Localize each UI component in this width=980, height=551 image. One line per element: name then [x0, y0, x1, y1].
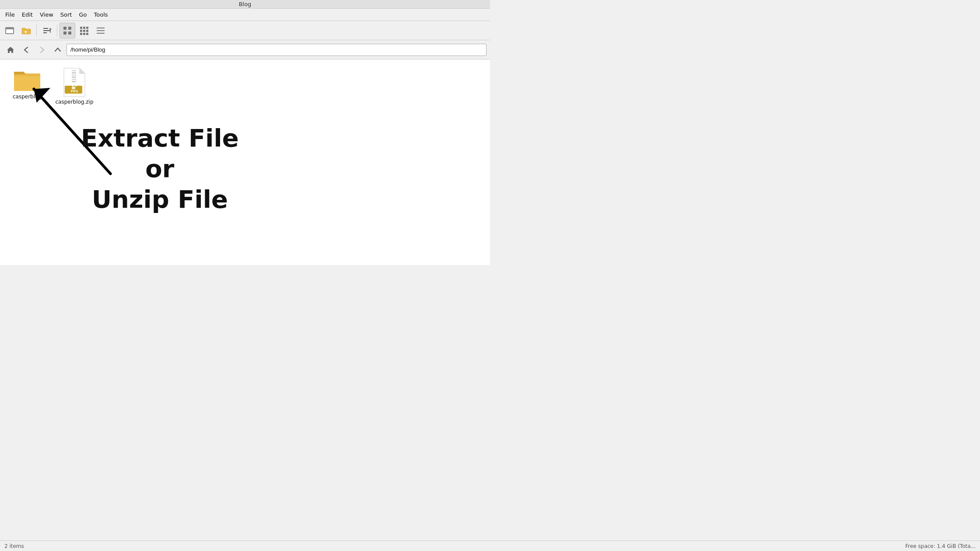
back-icon: [22, 45, 31, 54]
svg-rect-12: [80, 27, 82, 29]
address-bar: [0, 40, 490, 59]
svg-rect-15: [80, 30, 82, 32]
annotation-text: Extract File or Unzip File: [81, 123, 239, 215]
svg-rect-10: [63, 31, 66, 35]
forward-button[interactable]: [35, 43, 49, 57]
svg-rect-1: [6, 28, 14, 29]
svg-rect-16: [83, 30, 85, 32]
menu-go[interactable]: Go: [75, 10, 90, 19]
svg-rect-17: [86, 30, 88, 32]
zip-label: casperblog.zip: [55, 99, 93, 105]
folder-icon: [13, 67, 41, 92]
forward-icon: [38, 45, 46, 54]
menu-sort[interactable]: Sort: [57, 10, 76, 19]
toolbar-sep-2: [57, 24, 57, 37]
annotation-or: or: [81, 153, 239, 184]
svg-rect-25: [72, 72, 76, 73]
new-window-button[interactable]: [2, 23, 18, 38]
list-view-button[interactable]: [93, 23, 108, 38]
toolbar: [0, 21, 490, 40]
svg-rect-27: [72, 77, 76, 78]
svg-rect-24: [72, 70, 76, 71]
svg-rect-26: [72, 74, 76, 76]
menu-tools[interactable]: Tools: [91, 10, 112, 19]
svg-rect-18: [80, 33, 82, 35]
svg-rect-8: [63, 27, 66, 30]
sort-icon: [42, 26, 52, 35]
folder-label: casperblog: [13, 94, 42, 100]
menu-edit[interactable]: Edit: [18, 10, 36, 19]
svg-rect-3: [24, 31, 27, 32]
toolbar-sep-1: [36, 24, 37, 37]
svg-rect-9: [68, 27, 71, 30]
new-folder-button[interactable]: [18, 23, 34, 38]
home-button[interactable]: [4, 43, 18, 57]
zip-item[interactable]: PKG casperblog.zip: [52, 65, 96, 108]
icon-view-button[interactable]: [60, 23, 75, 38]
list-view-icon: [96, 26, 105, 35]
svg-rect-31: [72, 87, 75, 89]
menu-view[interactable]: View: [36, 10, 57, 19]
svg-rect-11: [68, 31, 71, 35]
home-icon: [6, 45, 15, 54]
zip-icon: PKG: [62, 67, 87, 97]
new-folder-icon: [21, 26, 32, 35]
compact-view-button[interactable]: [76, 23, 92, 38]
annotation-line2: Unzip File: [81, 184, 239, 215]
svg-rect-28: [72, 79, 76, 80]
menu-bar: File Edit View Sort Go Tools: [0, 9, 490, 21]
folder-item[interactable]: casperblog: [5, 65, 49, 108]
new-window-icon: [5, 26, 14, 35]
icon-view-icon: [63, 26, 72, 35]
back-button[interactable]: [19, 43, 33, 57]
compact-view-icon: [79, 26, 89, 35]
window-title: Blog: [239, 1, 252, 7]
svg-text:PKG: PKG: [71, 90, 78, 93]
svg-rect-20: [86, 33, 88, 35]
up-icon: [53, 45, 62, 54]
file-area: casperblog PKG: [0, 59, 490, 265]
title-bar: Blog: [0, 0, 490, 9]
files-container: casperblog PKG: [0, 59, 490, 113]
annotation-line1: Extract File: [81, 123, 239, 153]
svg-rect-29: [72, 81, 76, 82]
up-button[interactable]: [51, 43, 65, 57]
sort-button[interactable]: [39, 23, 55, 38]
svg-rect-14: [86, 27, 88, 29]
menu-file[interactable]: File: [2, 10, 18, 19]
address-input[interactable]: [66, 44, 486, 56]
svg-rect-19: [83, 33, 85, 35]
svg-rect-13: [83, 27, 85, 29]
